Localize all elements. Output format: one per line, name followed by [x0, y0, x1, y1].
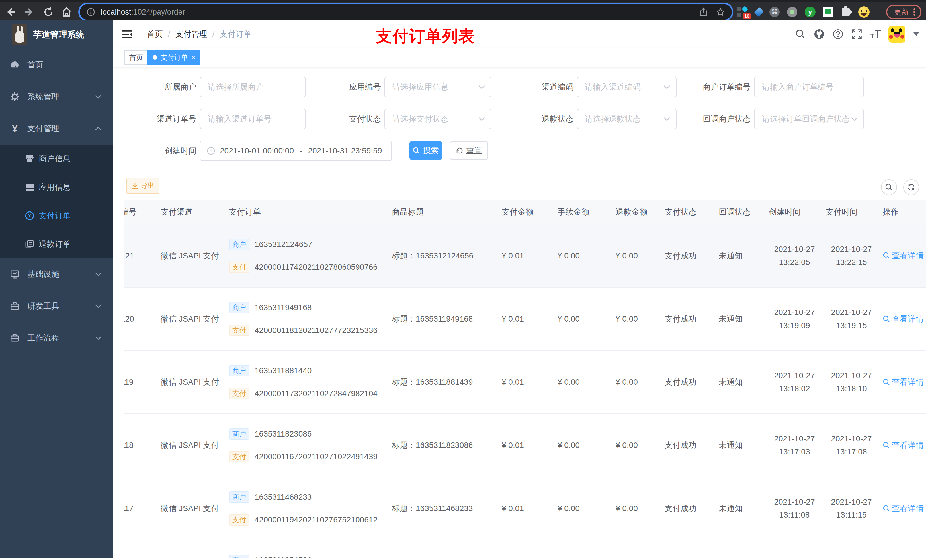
- view-detail-link[interactable]: 查看详情: [883, 250, 924, 261]
- address-bar[interactable]: localhost:1024/pay/order: [80, 4, 732, 20]
- sidebar-item-home[interactable]: 首页: [0, 49, 113, 81]
- tags-view: 首页 支付订单×: [113, 48, 926, 67]
- sidebar-item-workflow[interactable]: 工作流程: [0, 322, 113, 354]
- bookmark-star-icon[interactable]: [716, 8, 725, 17]
- filter-merchant-input[interactable]: 请选择所属商户: [200, 77, 306, 97]
- cell-status: 支付成功: [659, 350, 713, 414]
- sidebar-item-app-info[interactable]: 应用信息: [0, 173, 113, 201]
- user-avatar[interactable]: [888, 26, 905, 43]
- extensions-puzzle-icon[interactable]: [842, 8, 850, 16]
- extension-tampermonkey-icon[interactable]: 10: [737, 6, 748, 18]
- github-icon[interactable]: [810, 21, 829, 48]
- browser-menu-icon[interactable]: [914, 8, 915, 16]
- cell-actions: 查看详情: [877, 224, 926, 287]
- forward-icon[interactable]: [23, 6, 35, 18]
- reload-icon[interactable]: [43, 6, 54, 18]
- briefcase-icon: [10, 334, 20, 343]
- date-start[interactable]: 2021-10-01 00:00:00: [220, 146, 294, 155]
- extension-chat-icon[interactable]: [823, 7, 833, 17]
- toggle-search-button[interactable]: [881, 179, 897, 195]
- cell-create-time: 2021-10-2713:22:05: [763, 224, 820, 287]
- col-amount: 支付金额: [496, 200, 552, 224]
- export-button[interactable]: 导出: [126, 178, 159, 194]
- cell-channel: 微信 JSAPI 支付: [155, 414, 223, 477]
- view-detail-link[interactable]: 查看详情: [883, 440, 924, 451]
- cell-id: 121: [124, 224, 155, 287]
- chevron-down-icon: [95, 95, 101, 99]
- breadcrumb-section[interactable]: 支付管理: [176, 29, 207, 39]
- sidebar-item-infra[interactable]: 基础设施: [0, 258, 113, 290]
- sidebar-item-pay-order[interactable]: ¥ 支付订单: [0, 201, 113, 230]
- filter-refund-status-select[interactable]: 请选择退款状态: [577, 109, 676, 129]
- filter-merchant-order-no-input[interactable]: 请输入商户订单编号: [754, 77, 864, 97]
- filter-pay-status-select[interactable]: 请选择支付状态: [384, 109, 492, 129]
- sidebar-item-refund-order[interactable]: 退款订单: [0, 230, 113, 258]
- filter-channel-order-no-input[interactable]: 请输入渠道订单号: [200, 109, 306, 129]
- date-end[interactable]: 2021-10-31 23:59:59: [308, 146, 382, 155]
- merchant-tag: 商户: [229, 365, 250, 376]
- select-arrow-icon: [851, 117, 858, 121]
- filter-label-refund-status: 退款状态: [511, 109, 573, 129]
- profile-emoji-avatar[interactable]: [858, 6, 870, 18]
- extension-kite-icon[interactable]: [754, 7, 764, 17]
- filter-channel-code-select[interactable]: 请输入渠道编码: [577, 77, 676, 97]
- search-button[interactable]: 搜索: [410, 141, 442, 160]
- extension-gray-circle-icon[interactable]: [787, 7, 797, 17]
- page-content: 所属商户 请选择所属商户 应用编号 请选择应用信息 渠道编码 请输入渠道编码 商…: [113, 67, 926, 558]
- filter-label-pay-status: 支付状态: [323, 109, 381, 129]
- cell-actions: 查看详情: [877, 540, 926, 558]
- filter-app-select[interactable]: 请选择应用信息: [384, 77, 492, 97]
- tag-close-icon[interactable]: ×: [191, 54, 195, 61]
- back-icon[interactable]: [5, 6, 17, 18]
- filter-label-create-time: 创建时间: [124, 140, 197, 161]
- view-detail-link[interactable]: 查看详情: [883, 503, 924, 514]
- yen-circle-icon: ¥: [25, 211, 34, 220]
- sidebar-item-devtools[interactable]: 研发工具: [0, 290, 113, 322]
- magnifier-icon: [883, 252, 890, 259]
- share-icon[interactable]: [699, 8, 708, 17]
- cell-actions: 查看详情: [877, 414, 926, 477]
- avatar-caret-icon[interactable]: [914, 32, 919, 36]
- col-status: 支付状态: [659, 200, 713, 224]
- view-detail-link[interactable]: 查看详情: [883, 377, 924, 388]
- pay-tag: 支付: [229, 325, 250, 336]
- tag-home[interactable]: 首页: [124, 50, 148, 65]
- header-search-icon[interactable]: [791, 21, 810, 48]
- table-row: 119 微信 JSAPI 支付 商户1635311881440 支付420000…: [124, 350, 926, 414]
- fullscreen-icon[interactable]: [847, 21, 866, 48]
- filter-create-time-range[interactable]: 2021-10-01 00:00:00 - 2021-10-31 23:59:5…: [200, 140, 392, 161]
- filter-notify-status-select[interactable]: 请选择订单回调商户状态: [754, 109, 864, 129]
- chevron-down-icon: [95, 336, 101, 340]
- font-size-icon[interactable]: [866, 21, 885, 48]
- cell-refund: ¥ 0.00: [610, 414, 659, 477]
- cell-pay-order: 商户1635311468233 支付4200001194202110276752…: [223, 477, 386, 540]
- orders-table: 编号 支付渠道 支付订单 商品标题 支付金额 手续金额 退款金额 支付状态 回调…: [124, 200, 926, 558]
- extension-command-icon[interactable]: ⌘: [769, 7, 780, 17]
- sidebar-item-merchant-info[interactable]: 商户信息: [0, 145, 113, 173]
- col-create-time: 创建时间: [763, 200, 820, 224]
- sidebar-item-system[interactable]: 系统管理: [0, 81, 113, 113]
- cell-create-time: 2021-10-2713:17:03: [763, 414, 820, 477]
- help-icon[interactable]: [829, 21, 847, 48]
- cell-fee: ¥ 0.00: [552, 414, 610, 477]
- merchant-tag: 商户: [229, 302, 250, 313]
- extension-y-icon[interactable]: y: [805, 6, 816, 17]
- sidebar-collapse-icon[interactable]: [121, 29, 133, 40]
- cell-pay-time: 2021-10-2713:18:10: [820, 350, 877, 414]
- reset-button[interactable]: 重置: [450, 141, 488, 160]
- sidebar-item-pay[interactable]: ¥ 支付管理: [0, 113, 113, 145]
- site-info-icon[interactable]: [86, 8, 95, 16]
- tag-pay-order[interactable]: 支付订单×: [147, 50, 200, 65]
- view-detail-link[interactable]: 查看详情: [883, 314, 924, 325]
- breadcrumb-home[interactable]: 首页: [147, 29, 163, 39]
- url-text[interactable]: localhost:1024/pay/order: [101, 8, 185, 17]
- cell-fee: ¥ 0.00: [552, 477, 610, 540]
- refresh-button[interactable]: [903, 179, 919, 195]
- home-icon[interactable]: [61, 6, 72, 18]
- merchant-tag: 商户: [229, 491, 250, 503]
- cell-id: 119: [124, 350, 155, 414]
- browser-update-button[interactable]: 更新: [886, 5, 921, 20]
- select-arrow-icon: [478, 117, 485, 121]
- chevron-down-icon: [95, 272, 101, 276]
- table-row: 121 微信 JSAPI 支付 商户1635312124657 支付420000…: [124, 224, 926, 287]
